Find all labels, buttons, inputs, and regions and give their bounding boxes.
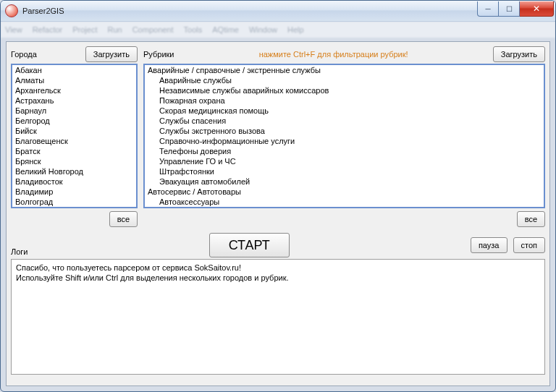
list-item[interactable]: Автосервис / Автотовары [145,187,544,197]
window-title: Parser2GIS [22,7,64,15]
client-area: Города Загрузить АбаканАлматыАрхангельск… [6,41,550,386]
maximize-button[interactable]: ☐ [499,1,520,17]
list-item[interactable]: Аварийные службы [145,75,544,85]
logs-textbox[interactable]: Спасибо, что пользуетесь парсером от сер… [11,259,545,375]
app-icon [5,4,18,17]
window: Parser2GIS ─ ☐ ✕ ViewRefactorProjectRunC… [0,0,556,392]
cities-panel: Города Загрузить АбаканАлматыАрхангельск… [11,46,138,227]
list-item[interactable]: Штрафстоянки [145,166,544,176]
list-item[interactable]: Волгоград [12,197,136,207]
list-item[interactable]: Аварийные / справочные / экстренные служ… [145,65,544,75]
log-line: Используйте Shift и/или Ctrl для выделен… [16,273,540,283]
list-item[interactable]: Автогазозаправочные станции (АГЗС) [145,207,544,208]
window-buttons: ─ ☐ ✕ [477,1,554,16]
background-menubar: ViewRefactorProjectRunComponentToolsAQti… [1,22,555,38]
cities-label: Города [11,50,37,59]
logs-label: Логи [11,247,28,256]
list-item[interactable]: Управление ГО и ЧС [145,156,544,166]
list-item[interactable]: Бийск [12,126,136,136]
list-item[interactable]: Астрахань [12,95,136,106]
list-item[interactable]: Вологда [12,207,136,208]
list-item[interactable]: Автоаксессуары [145,197,544,207]
list-item[interactable]: Барнаул [12,106,136,116]
minimize-button[interactable]: ─ [477,1,499,17]
stop-button[interactable]: стоп [513,237,546,253]
list-item[interactable]: Абакан [12,65,136,75]
rubrics-panel: Рубрики нажмите Ctrl+F для фильтрации ру… [143,46,545,227]
list-item[interactable]: Справочно-информационные услуги [145,136,544,146]
list-item[interactable]: Белгород [12,116,136,126]
list-item[interactable]: Архангельск [12,85,136,95]
close-button[interactable]: ✕ [520,1,554,17]
cities-listbox[interactable]: АбаканАлматыАрхангельскАстраханьБарнаулБ… [11,64,138,208]
list-item[interactable]: Пожарная охрана [145,95,544,106]
list-item[interactable]: Телефоны доверия [145,146,544,156]
titlebar[interactable]: Parser2GIS ─ ☐ ✕ [1,1,555,22]
rubrics-load-button[interactable]: Загрузить [493,46,545,62]
list-item[interactable]: Брянск [12,156,136,166]
list-item[interactable]: Братск [12,146,136,156]
list-item[interactable]: Владимир [12,187,136,197]
list-item[interactable]: Службы спасения [145,116,544,126]
pause-button[interactable]: пауза [471,237,507,253]
list-item[interactable]: Благовещенск [12,136,136,146]
rubrics-listbox[interactable]: Аварийные / справочные / экстренные служ… [143,64,545,208]
rubrics-hint: нажмите Ctrl+F для фильтрации рубрик! [259,50,408,59]
list-item[interactable]: Владивосток [12,176,136,187]
list-item[interactable]: Алматы [12,75,136,85]
cities-all-button[interactable]: все [109,211,138,227]
rubrics-all-button[interactable]: все [517,211,545,227]
list-item[interactable]: Великий Новгород [12,166,136,176]
log-line: Спасибо, что пользуетесь парсером от сер… [16,263,540,273]
start-button[interactable]: СТАРТ [209,233,290,257]
rubrics-label: Рубрики [143,50,174,59]
cities-load-button[interactable]: Загрузить [85,46,138,62]
list-item[interactable]: Независимые службы аварийных комиссаров [145,85,544,95]
list-item[interactable]: Службы экстренного вызова [145,126,544,136]
list-item[interactable]: Скорая медицинская помощь [145,106,544,116]
list-item[interactable]: Эвакуация автомобилей [145,176,544,187]
